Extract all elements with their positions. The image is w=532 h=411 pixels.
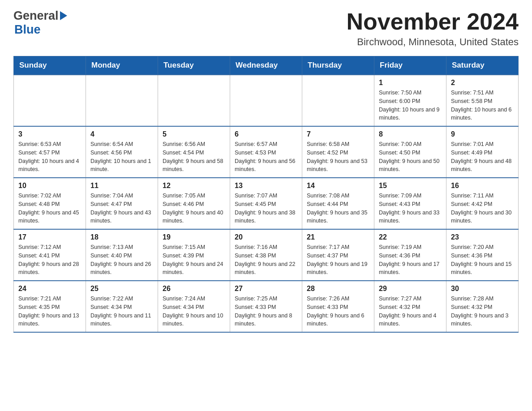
day-info: Sunrise: 7:25 AM Sunset: 4:33 PM Dayligh… [235,295,297,328]
day-info: Sunrise: 7:12 AM Sunset: 4:41 PM Dayligh… [18,243,81,277]
day-number: 11 [90,182,153,190]
calendar-cell: 17Sunrise: 7:12 AM Sunset: 4:41 PM Dayli… [14,229,86,281]
calendar-cell [230,75,302,126]
day-info: Sunrise: 7:01 AM Sunset: 4:49 PM Dayligh… [451,140,514,174]
calendar-cell: 2Sunrise: 7:51 AM Sunset: 5:58 PM Daylig… [446,75,519,126]
calendar-cell: 25Sunrise: 7:22 AM Sunset: 4:34 PM Dayli… [86,281,158,332]
weekday-header-saturday: Saturday [446,56,519,75]
calendar-cell: 7Sunrise: 6:58 AM Sunset: 4:52 PM Daylig… [302,126,374,178]
calendar-cell: 19Sunrise: 7:15 AM Sunset: 4:39 PM Dayli… [158,229,230,281]
day-number: 15 [379,182,442,190]
day-number: 19 [163,233,225,241]
day-info: Sunrise: 7:20 AM Sunset: 4:36 PM Dayligh… [451,243,514,277]
calendar-cell: 12Sunrise: 7:05 AM Sunset: 4:46 PM Dayli… [158,178,230,229]
day-number: 20 [235,233,297,241]
title-block: November 2024 Birchwood, Minnesota, Unit… [347,9,519,48]
day-info: Sunrise: 7:24 AM Sunset: 4:34 PM Dayligh… [163,295,225,328]
day-info: Sunrise: 7:00 AM Sunset: 4:50 PM Dayligh… [379,140,442,174]
day-number: 28 [307,285,369,293]
day-info: Sunrise: 7:22 AM Sunset: 4:34 PM Dayligh… [90,295,153,328]
weekday-header-monday: Monday [86,56,158,75]
calendar-cell: 30Sunrise: 7:28 AM Sunset: 4:32 PM Dayli… [446,281,519,332]
day-info: Sunrise: 7:28 AM Sunset: 4:32 PM Dayligh… [451,295,514,328]
calendar-cell: 11Sunrise: 7:04 AM Sunset: 4:47 PM Dayli… [86,178,158,229]
calendar-week-row: 10Sunrise: 7:02 AM Sunset: 4:48 PM Dayli… [14,178,519,229]
day-number: 3 [18,130,81,138]
calendar-cell: 20Sunrise: 7:16 AM Sunset: 4:38 PM Dayli… [230,229,302,281]
calendar-cell [14,75,86,126]
day-info: Sunrise: 7:50 AM Sunset: 6:00 PM Dayligh… [379,89,442,122]
day-info: Sunrise: 7:11 AM Sunset: 4:42 PM Dayligh… [451,192,514,225]
weekday-header-wednesday: Wednesday [230,56,302,75]
day-number: 5 [163,130,225,138]
page-header: General Blue November 2024 Birchwood, Mi… [13,9,519,48]
calendar-cell: 15Sunrise: 7:09 AM Sunset: 4:43 PM Dayli… [374,178,446,229]
calendar-cell: 21Sunrise: 7:17 AM Sunset: 4:37 PM Dayli… [302,229,374,281]
weekday-header-row: SundayMondayTuesdayWednesdayThursdayFrid… [14,56,519,75]
calendar-cell: 23Sunrise: 7:20 AM Sunset: 4:36 PM Dayli… [446,229,519,281]
calendar-cell: 6Sunrise: 6:57 AM Sunset: 4:53 PM Daylig… [230,126,302,178]
calendar-cell: 14Sunrise: 7:08 AM Sunset: 4:44 PM Dayli… [302,178,374,229]
day-number: 2 [451,79,514,87]
calendar-cell: 22Sunrise: 7:19 AM Sunset: 4:36 PM Dayli… [374,229,446,281]
weekday-header-sunday: Sunday [14,56,86,75]
calendar-cell [158,75,230,126]
logo-blue-text: Blue [13,23,67,37]
day-number: 16 [451,182,514,190]
calendar-cell: 10Sunrise: 7:02 AM Sunset: 4:48 PM Dayli… [14,178,86,229]
day-info: Sunrise: 7:26 AM Sunset: 4:33 PM Dayligh… [307,295,369,328]
calendar-cell: 26Sunrise: 7:24 AM Sunset: 4:34 PM Dayli… [158,281,230,332]
day-info: Sunrise: 7:19 AM Sunset: 4:36 PM Dayligh… [379,243,442,277]
day-number: 12 [163,182,225,190]
day-info: Sunrise: 6:57 AM Sunset: 4:53 PM Dayligh… [235,140,297,174]
day-info: Sunrise: 7:21 AM Sunset: 4:35 PM Dayligh… [18,295,81,328]
day-number: 29 [379,285,442,293]
calendar-cell: 9Sunrise: 7:01 AM Sunset: 4:49 PM Daylig… [446,126,519,178]
calendar-cell: 8Sunrise: 7:00 AM Sunset: 4:50 PM Daylig… [374,126,446,178]
calendar-cell: 29Sunrise: 7:27 AM Sunset: 4:32 PM Dayli… [374,281,446,332]
day-number: 14 [307,182,369,190]
calendar-cell: 16Sunrise: 7:11 AM Sunset: 4:42 PM Dayli… [446,178,519,229]
day-number: 30 [451,285,514,293]
day-info: Sunrise: 7:17 AM Sunset: 4:37 PM Dayligh… [307,243,369,277]
calendar-week-row: 24Sunrise: 7:21 AM Sunset: 4:35 PM Dayli… [14,281,519,332]
calendar-week-row: 17Sunrise: 7:12 AM Sunset: 4:41 PM Dayli… [14,229,519,281]
day-info: Sunrise: 7:15 AM Sunset: 4:39 PM Dayligh… [163,243,225,277]
calendar-week-row: 1Sunrise: 7:50 AM Sunset: 6:00 PM Daylig… [14,75,519,126]
day-number: 8 [379,130,442,138]
day-info: Sunrise: 7:07 AM Sunset: 4:45 PM Dayligh… [235,192,297,225]
day-info: Sunrise: 7:02 AM Sunset: 4:48 PM Dayligh… [18,192,81,225]
calendar-cell: 4Sunrise: 6:54 AM Sunset: 4:56 PM Daylig… [86,126,158,178]
day-info: Sunrise: 6:53 AM Sunset: 4:57 PM Dayligh… [18,140,81,174]
day-info: Sunrise: 7:27 AM Sunset: 4:32 PM Dayligh… [379,295,442,328]
logo: General Blue [13,9,67,37]
weekday-header-tuesday: Tuesday [158,56,230,75]
day-number: 23 [451,233,514,241]
day-info: Sunrise: 7:09 AM Sunset: 4:43 PM Dayligh… [379,192,442,225]
day-number: 7 [307,130,369,138]
day-number: 17 [18,233,81,241]
calendar-week-row: 3Sunrise: 6:53 AM Sunset: 4:57 PM Daylig… [14,126,519,178]
day-number: 10 [18,182,81,190]
calendar-title: November 2024 [347,9,519,34]
day-info: Sunrise: 7:16 AM Sunset: 4:38 PM Dayligh… [235,243,297,277]
weekday-header-friday: Friday [374,56,446,75]
day-info: Sunrise: 7:51 AM Sunset: 5:58 PM Dayligh… [451,89,514,122]
day-info: Sunrise: 7:05 AM Sunset: 4:46 PM Dayligh… [163,192,225,225]
calendar-cell: 18Sunrise: 7:13 AM Sunset: 4:40 PM Dayli… [86,229,158,281]
day-number: 21 [307,233,369,241]
day-number: 26 [163,285,225,293]
logo-arrow-icon [60,11,67,20]
day-number: 25 [90,285,153,293]
day-info: Sunrise: 7:13 AM Sunset: 4:40 PM Dayligh… [90,243,153,277]
calendar-cell: 1Sunrise: 7:50 AM Sunset: 6:00 PM Daylig… [374,75,446,126]
day-number: 24 [18,285,81,293]
day-info: Sunrise: 6:56 AM Sunset: 4:54 PM Dayligh… [163,140,225,174]
day-info: Sunrise: 7:04 AM Sunset: 4:47 PM Dayligh… [90,192,153,225]
calendar-cell: 3Sunrise: 6:53 AM Sunset: 4:57 PM Daylig… [14,126,86,178]
day-number: 22 [379,233,442,241]
calendar-table: SundayMondayTuesdayWednesdayThursdayFrid… [13,56,519,333]
calendar-cell: 5Sunrise: 6:56 AM Sunset: 4:54 PM Daylig… [158,126,230,178]
day-info: Sunrise: 6:54 AM Sunset: 4:56 PM Dayligh… [90,140,153,174]
calendar-cell: 13Sunrise: 7:07 AM Sunset: 4:45 PM Dayli… [230,178,302,229]
